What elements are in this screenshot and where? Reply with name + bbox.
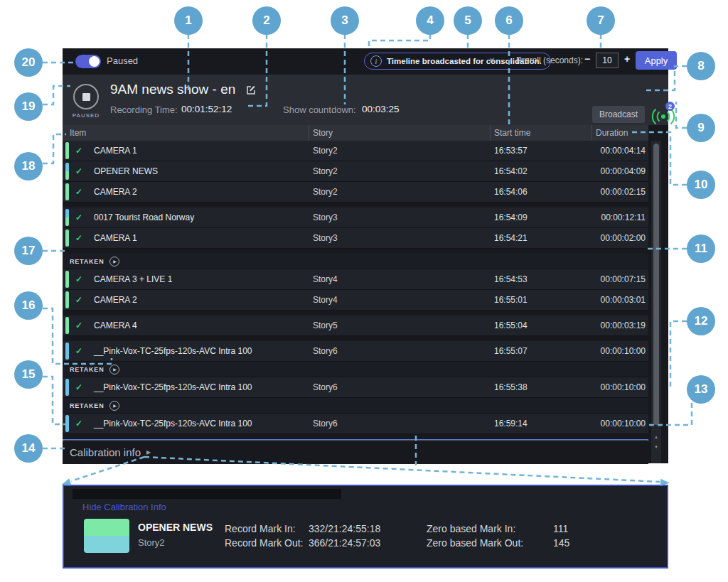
check-icon: ✓	[75, 295, 82, 305]
table-row[interactable]: ✓ OPENER NEWS Story2 16:54:02 00:00:04:0…	[63, 161, 648, 182]
close-icon[interactable]: ×	[489, 55, 495, 65]
preroll-input[interactable]: 10	[596, 53, 619, 68]
table-header: Item Story Start time Duration	[63, 125, 648, 142]
table-row[interactable]: ✓ 0017 Tourist Road Norway Story3 16:54:…	[63, 208, 648, 228]
edit-title-icon[interactable]	[246, 85, 257, 95]
table-row[interactable]: ✓ CAMERA 2 Story2 16:54:06 00:00:02:15	[63, 182, 648, 203]
table-row[interactable]: ✓ CAMERA 1 Story2 16:53:57 00:00:04:14	[63, 141, 648, 161]
column-story[interactable]: Story	[313, 128, 333, 138]
preroll-increment-button[interactable]: +	[624, 53, 630, 65]
pause-toggle[interactable]	[75, 55, 101, 68]
callout-1: 1	[174, 6, 203, 35]
item-color-bar	[65, 230, 69, 247]
retaken-row: RETAKEN ▶	[63, 398, 648, 414]
connections-badge: 2	[665, 102, 675, 111]
calibration-story-name: Story2	[138, 537, 165, 548]
column-start-time[interactable]: Start time	[494, 128, 530, 138]
start-time: 16:55:07	[494, 346, 528, 356]
item-color-bar	[65, 183, 69, 200]
preroll-label: Preroll (seconds):	[516, 55, 583, 65]
item-name: __Pink-Vox-TC-25fps-120s-AVC Intra 100	[94, 346, 252, 356]
play-icon[interactable]: ▶	[109, 257, 119, 266]
play-icon[interactable]: ▶	[109, 365, 119, 374]
retaken-row: RETAKEN ▶	[63, 254, 648, 269]
zero-mark-out-label: Zero based Mark Out:	[427, 537, 523, 549]
retaken-row: RETAKEN ▶	[63, 362, 648, 377]
story-name: Story4	[313, 295, 338, 305]
item-color-bar	[65, 379, 69, 396]
item-color-bar	[65, 209, 69, 226]
recording-time-value: 00:01:52:12	[181, 104, 232, 114]
zero-mark-out-value: 145	[553, 537, 569, 549]
table-row[interactable]: ✓ CAMERA 3 + LIVE 1 Story4 16:54:53 00:0…	[63, 269, 648, 290]
hide-calibration-link[interactable]: Hide Calibration Info	[82, 502, 166, 512]
broadcast-button[interactable]: Broadcast	[592, 106, 645, 123]
story-name: Story3	[313, 233, 338, 243]
story-name: Story2	[313, 146, 338, 156]
callout-16: 16	[14, 291, 43, 320]
record-mark-in-label: Record Mark In:	[225, 523, 296, 534]
item-name: CAMERA 1	[94, 233, 137, 243]
record-mark-out-label: Record Mark Out:	[225, 537, 303, 549]
story-name: Story3	[313, 212, 338, 222]
column-duration[interactable]: Duration	[596, 128, 628, 138]
callout-5: 5	[454, 6, 482, 35]
apply-button[interactable]: Apply	[636, 51, 677, 70]
item-name: CAMERA 2	[94, 295, 137, 305]
table-row[interactable]: ✓ __Pink-Vox-TC-25fps-120s-AVC Intra 100…	[63, 341, 648, 362]
story-name: Story2	[313, 166, 338, 176]
show-header: PAUSED 9AM news show - en Recording Time…	[63, 75, 668, 125]
top-bar: Paused i Timeline broadcasted for consol…	[63, 48, 668, 75]
scrollbar[interactable]: ▲ ▼	[651, 141, 661, 463]
callout-19: 19	[14, 92, 43, 121]
column-item[interactable]: Item	[70, 128, 86, 138]
start-time: 16:53:57	[494, 146, 528, 156]
recording-time-label: Recording Time:	[110, 104, 178, 115]
zero-mark-in-label: Zero based Mark In:	[427, 523, 515, 534]
callout-6: 6	[495, 6, 523, 35]
show-title: 9AM news show - en	[110, 82, 235, 97]
item-color-bar	[65, 271, 69, 288]
callout-7: 7	[587, 6, 615, 35]
callout-14: 14	[14, 434, 43, 463]
calibration-info-toggle[interactable]: Calibration info	[70, 446, 141, 458]
calibration-panel-handle	[73, 489, 341, 499]
callout-17: 17	[14, 237, 43, 265]
preroll-decrement-button[interactable]: −	[584, 53, 590, 65]
callout-9: 9	[687, 114, 715, 142]
scrollbar-thumb[interactable]	[653, 144, 659, 425]
expand-arrow-icon[interactable]: ▶	[146, 449, 151, 456]
table-row[interactable]: ✓ CAMERA 1 Story3 16:54:21 00:00:02:00	[63, 228, 648, 249]
column-divider	[309, 125, 309, 141]
start-time: 16:55:04	[494, 320, 528, 330]
item-color-bar	[65, 317, 69, 334]
screenshot-canvas: Paused i Timeline broadcasted for consol…	[0, 0, 728, 582]
item-name: 0017 Tourist Road Norway	[94, 212, 194, 222]
start-time: 16:54:09	[494, 212, 528, 222]
swatch-cyan	[84, 536, 129, 553]
duration: 00:00:02:15	[590, 187, 646, 197]
stop-button[interactable]	[73, 84, 99, 109]
pause-toggle-label: Paused	[107, 55, 138, 66]
duration: 00:00:10:00	[590, 382, 646, 392]
table-row[interactable]: ✓ CAMERA 2 Story4 16:55:01 00:00:03:01	[63, 290, 648, 311]
check-icon: ✓	[75, 274, 82, 284]
table-row[interactable]: ✓ CAMERA 4 Story5 16:55:04 00:00:03:19	[63, 316, 648, 336]
paused-status-label: PAUSED	[70, 112, 102, 119]
check-icon: ✓	[75, 166, 82, 176]
check-icon: ✓	[75, 146, 82, 156]
start-time: 16:54:21	[494, 233, 528, 243]
start-time: 16:54:02	[494, 166, 528, 176]
calibration-panel: Hide Calibration Info OPENER NEWS Story2…	[63, 485, 668, 568]
scroll-up-icon[interactable]: ▲	[651, 435, 661, 439]
story-name: Story6	[313, 419, 338, 429]
rundown-table: ✓ CAMERA 1 Story2 16:53:57 00:00:04:14 ✓…	[63, 141, 648, 459]
zero-mark-in-value: 111	[553, 523, 568, 534]
duration: 00:00:03:19	[590, 320, 646, 330]
scroll-down-icon[interactable]: ▼	[651, 445, 661, 449]
story-name: Story4	[313, 274, 338, 284]
table-row[interactable]: ✓ __Pink-Vox-TC-25fps-120s-AVC Intra 100…	[63, 414, 648, 434]
panel-footer: Calibration info ▶	[63, 441, 648, 464]
table-row[interactable]: ✓ __Pink-Vox-TC-25fps-120s-AVC Intra 100…	[63, 377, 648, 398]
play-icon[interactable]: ▶	[109, 401, 119, 411]
